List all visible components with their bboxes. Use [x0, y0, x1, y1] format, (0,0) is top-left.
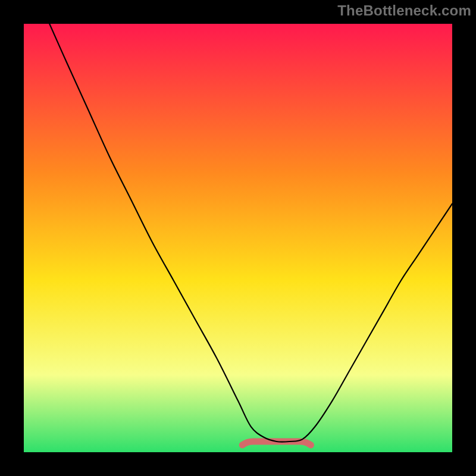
gradient-background	[24, 24, 452, 452]
chart-container: TheBottleneck.com	[0, 0, 476, 476]
watermark-text: TheBottleneck.com	[337, 2, 471, 19]
plot-area	[24, 24, 452, 452]
chart-svg	[24, 24, 452, 452]
